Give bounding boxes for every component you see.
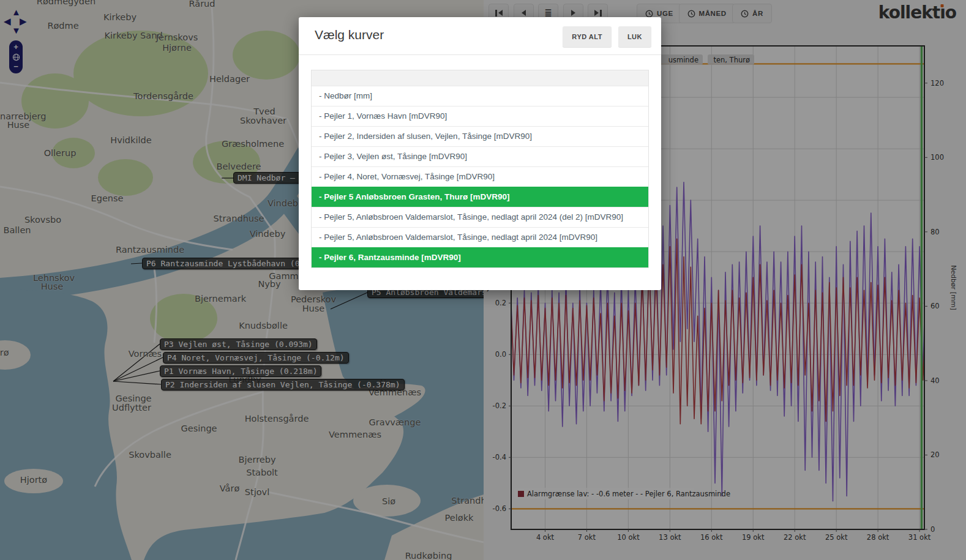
curve-item[interactable]: - Pejler 3, Vejlen øst, Tåsinge [mDVR90] (312, 146, 648, 166)
curve-item[interactable]: - Pejler 2, Indersiden af slusen, Vejlen… (312, 126, 648, 146)
curve-item[interactable]: - Pejler 5, Anløbsbroen Valdemarslot, Tå… (312, 227, 648, 247)
close-button[interactable]: LUK (618, 26, 651, 47)
curve-item[interactable]: - Nedbør [mm] (312, 86, 648, 106)
curve-item[interactable]: - Pejler 5, Anløbsbroen Valdemarslot, Tå… (312, 207, 648, 227)
curve-list-header (312, 70, 648, 86)
curve-item[interactable]: - Pejler 6, Rantzausminde [mDVR90] (312, 247, 648, 267)
curve-item[interactable]: - Pejler 1, Vornæs Havn [mDVR90] (312, 106, 648, 126)
curve-list: - Nedbør [mm]- Pejler 1, Vornæs Havn [mD… (311, 70, 649, 268)
curve-item[interactable]: - Pejler 5 Anløbsbroen Grasten, Thurø [m… (312, 187, 648, 207)
curve-item[interactable]: - Pejler 4, Noret, Vornæsvej, Tåsinge [m… (312, 166, 648, 187)
clear-all-button[interactable]: RYD ALT (563, 26, 612, 47)
select-curves-modal: Vælg kurver RYD ALT LUK - Nedbør [mm]- P… (299, 17, 661, 290)
modal-title: Vælg kurver (315, 28, 384, 42)
modal-header: Vælg kurver RYD ALT LUK (299, 17, 661, 55)
app-root: RødmegydenRårudKirkebyRødmeKirkeby SandJ… (0, 0, 966, 560)
